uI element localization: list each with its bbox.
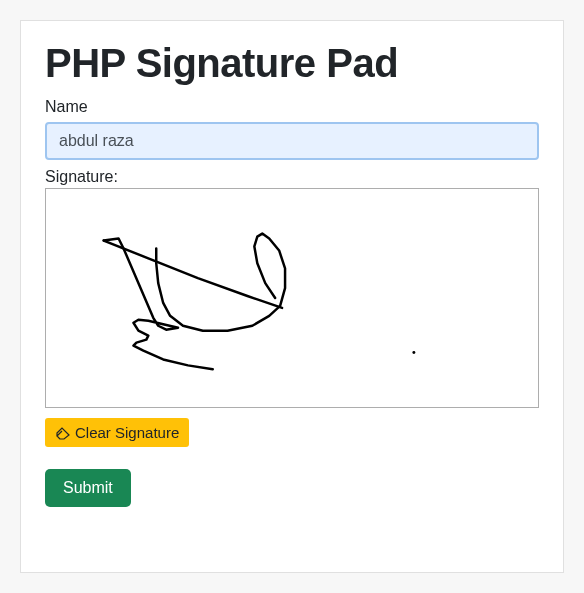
clear-button-label: Clear Signature (75, 424, 179, 441)
signature-label: Signature: (45, 168, 539, 186)
clear-signature-button[interactable]: Clear Signature (45, 418, 189, 447)
name-input[interactable] (45, 122, 539, 160)
name-label: Name (45, 98, 539, 116)
signature-drawing (46, 189, 538, 407)
signature-canvas[interactable] (45, 188, 539, 408)
signature-pad-card: PHP Signature Pad Name Signature: Clear … (20, 20, 564, 573)
submit-button[interactable]: Submit (45, 469, 131, 507)
svg-point-0 (412, 351, 415, 354)
page-title: PHP Signature Pad (45, 41, 539, 86)
submit-button-label: Submit (63, 479, 113, 496)
eraser-icon (55, 426, 71, 440)
